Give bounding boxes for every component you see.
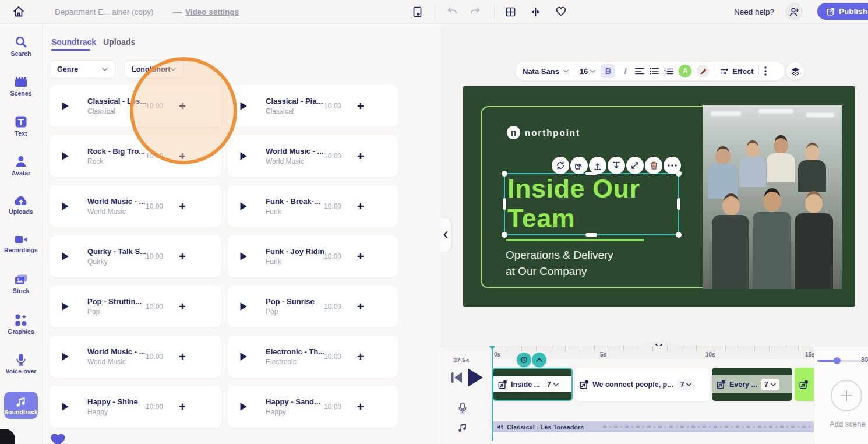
track-add-button[interactable]: + xyxy=(357,401,364,413)
voice-track-button[interactable] xyxy=(457,402,468,414)
play-button[interactable] xyxy=(467,367,484,388)
delete-button[interactable] xyxy=(645,157,662,174)
track-add-button[interactable]: + xyxy=(357,351,364,362)
track-play-button[interactable] xyxy=(239,352,248,361)
collapse-panel-handle[interactable] xyxy=(440,218,451,252)
track-play-button[interactable] xyxy=(61,151,69,161)
track-add-button[interactable]: + xyxy=(357,301,364,312)
format-button[interactable] xyxy=(412,6,422,17)
selection-handle-s[interactable] xyxy=(585,233,597,237)
home-button[interactable] xyxy=(12,5,26,19)
publish-button[interactable]: Publish xyxy=(817,3,868,20)
sidebar-item-recordings[interactable]: Recordings xyxy=(0,234,42,253)
redo-button[interactable] xyxy=(470,7,481,16)
track-play-button[interactable] xyxy=(239,151,248,161)
add-scene-button[interactable] xyxy=(831,380,862,411)
zoom-slider-knob[interactable] xyxy=(834,357,841,364)
scene-duration-dropdown[interactable]: 7 xyxy=(544,379,562,390)
selection-handle-nw[interactable] xyxy=(502,171,507,177)
track-play-button[interactable] xyxy=(239,252,248,261)
italic-button[interactable]: I xyxy=(620,66,630,76)
sidebar-item-search[interactable]: Search xyxy=(0,36,42,57)
track-play-button[interactable] xyxy=(61,202,69,211)
track-add-button[interactable]: + xyxy=(357,100,364,112)
need-help-link[interactable]: Need help? xyxy=(734,8,774,16)
track-play-button[interactable] xyxy=(239,202,248,211)
track-add-button[interactable]: + xyxy=(357,251,364,262)
track-play-button[interactable] xyxy=(61,402,69,411)
bullet-list-button[interactable] xyxy=(650,68,659,75)
translate-button[interactable]: A xyxy=(570,157,588,174)
sidebar-item-avatar[interactable]: Avatar xyxy=(0,155,42,177)
sidebar-item-stock[interactable]: Stock xyxy=(0,274,42,294)
track-play-button[interactable] xyxy=(61,302,69,311)
scene-block-1[interactable]: Inside ... 7 xyxy=(492,368,573,401)
track-add-button[interactable]: + xyxy=(179,100,186,112)
slide-subtitle[interactable]: Operations & Delivery at Our Company xyxy=(506,247,613,280)
track-add-button[interactable]: + xyxy=(179,251,186,262)
scene-collapse-button[interactable] xyxy=(532,353,546,367)
track-add-button[interactable]: + xyxy=(179,401,186,413)
favorite-button[interactable] xyxy=(556,6,566,16)
layers-button[interactable] xyxy=(786,62,804,80)
tab-soundtrack[interactable]: Soundtrack xyxy=(51,37,96,47)
length-filter-dropdown[interactable]: Long/Short xyxy=(124,60,184,79)
track-play-button[interactable] xyxy=(239,402,248,411)
resize-button[interactable] xyxy=(626,157,644,174)
highlight-color-button[interactable] xyxy=(697,65,710,77)
track-play-button[interactable] xyxy=(239,101,248,111)
text-color-button[interactable]: A xyxy=(679,65,691,77)
fit-timeline-button[interactable] xyxy=(531,7,541,17)
scene-duration-dropdown[interactable]: 7 xyxy=(761,379,779,390)
sidebar-item-text[interactable]: Text xyxy=(0,115,42,137)
sidebar-item-graphics[interactable]: Graphics xyxy=(0,313,42,335)
audio-track-strip[interactable]: Classical - Les Toreadors xyxy=(492,421,814,432)
bold-button[interactable]: B xyxy=(601,64,615,78)
zoom-slider-track[interactable] xyxy=(817,360,868,362)
selection-handle-e[interactable] xyxy=(677,198,680,210)
sidebar-item-uploads[interactable]: Uploads xyxy=(0,195,42,215)
sidebar-item-soundtrack[interactable]: Soundtrack xyxy=(4,392,38,419)
undo-button[interactable] xyxy=(447,7,457,16)
animate-out-button[interactable] xyxy=(608,157,625,174)
effect-button[interactable]: Effect xyxy=(721,67,753,76)
track-add-button[interactable]: + xyxy=(357,200,364,212)
scene-history-button[interactable] xyxy=(517,353,531,367)
grid-view-button[interactable] xyxy=(506,7,516,17)
track-add-button[interactable]: + xyxy=(179,351,186,362)
tab-uploads[interactable]: Uploads xyxy=(103,37,135,47)
sidebar-item-scenes[interactable]: Scenes xyxy=(0,76,42,97)
more-element-options-button[interactable] xyxy=(664,157,681,174)
track-add-button[interactable]: + xyxy=(357,150,364,162)
track-add-button[interactable]: + xyxy=(179,200,186,212)
track-add-button[interactable]: + xyxy=(179,301,186,312)
scene-block-3[interactable]: Every ... 7 xyxy=(712,368,792,401)
playhead-line[interactable] xyxy=(492,346,493,441)
video-settings-link[interactable]: Video settings xyxy=(185,8,239,16)
timeline-zoom-slider[interactable] xyxy=(817,360,868,362)
invite-collaborator-button[interactable] xyxy=(785,3,803,20)
sidebar-item-voice-over[interactable]: Voice-over xyxy=(0,353,42,375)
track-play-button[interactable] xyxy=(61,252,69,261)
numbered-list-button[interactable]: 12 xyxy=(664,68,673,75)
animate-in-button[interactable] xyxy=(589,157,606,174)
font-family-dropdown[interactable]: Nata Sans xyxy=(523,67,569,76)
selection-handle-w[interactable] xyxy=(503,198,506,210)
font-size-dropdown[interactable]: 16 xyxy=(580,67,595,76)
selection-handle-se[interactable] xyxy=(676,232,682,238)
skip-to-start-button[interactable] xyxy=(450,371,463,385)
track-play-button[interactable] xyxy=(61,101,69,111)
replace-button[interactable] xyxy=(552,157,569,174)
track-play-button[interactable] xyxy=(61,352,69,361)
align-button[interactable] xyxy=(635,68,644,75)
slide-title[interactable]: Inside Our Team xyxy=(507,174,640,233)
video-canvas[interactable]: n northpoint A xyxy=(463,86,855,307)
team-photo[interactable] xyxy=(703,105,842,289)
scene-block-2[interactable]: We connect people, p... 7 xyxy=(575,368,710,401)
more-options-button[interactable] xyxy=(764,66,767,76)
music-track-button[interactable] xyxy=(457,422,468,432)
genre-filter-dropdown[interactable]: Genre xyxy=(50,60,115,79)
selection-handle-sw[interactable] xyxy=(502,232,507,238)
scene-duration-dropdown[interactable]: 7 xyxy=(677,379,696,390)
track-add-button[interactable]: + xyxy=(179,150,186,162)
